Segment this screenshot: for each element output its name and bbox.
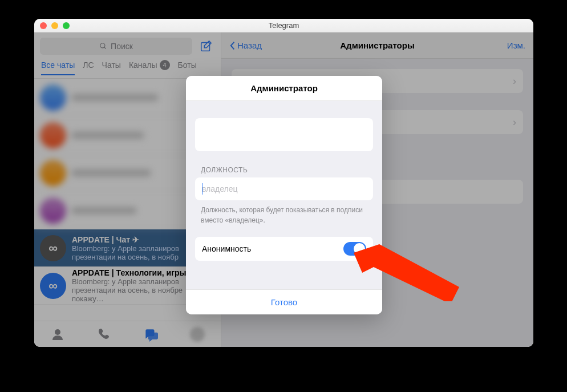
position-label: ДОЛЖНОСТЬ [195, 166, 373, 174]
window-title: Telegram [34, 21, 533, 30]
admin-modal: Администратор ДОЛЖНОСТЬ Должность, котор… [186, 76, 382, 314]
text-caret [202, 183, 202, 195]
modal-title: Администратор [186, 76, 382, 101]
titlebar: Telegram [34, 19, 533, 33]
done-button[interactable]: Готово [186, 289, 382, 314]
admin-user-box [195, 118, 373, 151]
position-input[interactable] [195, 177, 373, 200]
position-help: Должность, которая будет показываться в … [195, 200, 373, 237]
anonymity-toggle[interactable] [343, 242, 366, 256]
toggle-knob [354, 243, 365, 254]
anonymity-label: Анонимность [202, 244, 251, 253]
anonymity-row[interactable]: Анонимность [195, 237, 373, 261]
